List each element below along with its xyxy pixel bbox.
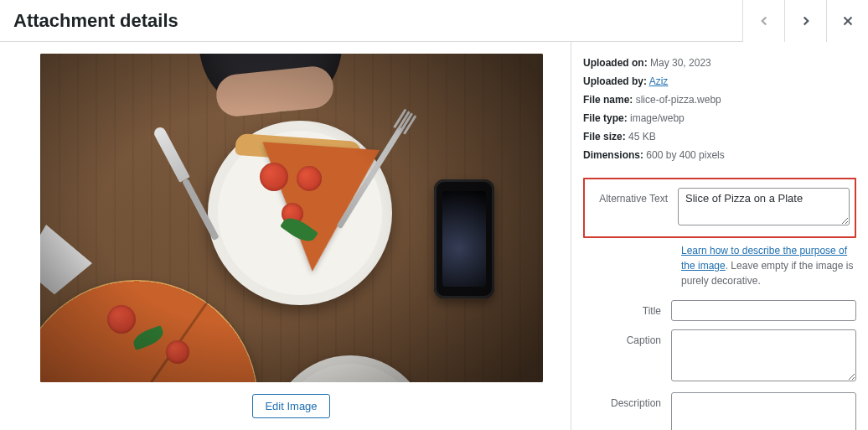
next-button[interactable] xyxy=(784,0,826,42)
attachment-details-sidebar: Uploaded on: May 30, 2023 Uploaded by: A… xyxy=(571,42,868,430)
title-label: Title xyxy=(583,300,671,317)
alt-text-label: Alternative Text xyxy=(590,188,678,205)
alt-text-help: Learn how to describe the purpose of the… xyxy=(681,243,856,288)
meta-uploaded-on: Uploaded on: May 30, 2023 xyxy=(583,55,856,70)
description-label: Description xyxy=(583,392,671,409)
meta-uploaded-by: Uploaded by: Aziz xyxy=(583,74,856,89)
attachment-image xyxy=(40,54,543,382)
alt-text-highlight: Alternative Text xyxy=(583,178,856,238)
attachment-preview: Edit Image xyxy=(0,42,571,430)
caption-input[interactable] xyxy=(671,329,856,381)
close-icon xyxy=(840,13,855,28)
title-input[interactable] xyxy=(671,300,856,321)
alt-text-input[interactable] xyxy=(678,188,850,225)
meta-file-type: File type: image/webp xyxy=(583,111,856,126)
description-input[interactable] xyxy=(671,392,856,430)
header-actions xyxy=(742,0,868,41)
edit-image-button[interactable]: Edit Image xyxy=(252,394,329,418)
meta-dimensions: Dimensions: 600 by 400 pixels xyxy=(583,148,856,163)
prev-button[interactable] xyxy=(742,0,784,42)
caption-label: Caption xyxy=(583,329,671,346)
meta-file-name: File name: slice-of-pizza.webp xyxy=(583,92,856,107)
chevron-left-icon xyxy=(757,13,772,28)
modal-title: Attachment details xyxy=(13,10,178,32)
meta-file-size: File size: 45 KB xyxy=(583,129,856,144)
close-button[interactable] xyxy=(826,0,868,42)
modal-header: Attachment details xyxy=(0,0,868,42)
uploader-link[interactable]: Aziz xyxy=(649,75,669,87)
chevron-right-icon xyxy=(798,13,814,28)
